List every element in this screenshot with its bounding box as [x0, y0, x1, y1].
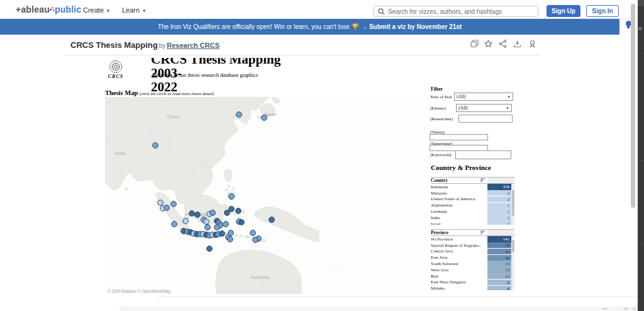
table-row[interactable]: East Java40	[431, 254, 514, 261]
filter-keywords-label: (Keywords)	[430, 152, 451, 157]
row-value-cell[interactable]: 15	[487, 267, 511, 273]
table-row[interactable]: East Nusa Tenggara8	[431, 280, 514, 286]
table-row[interactable]: India1	[431, 215, 514, 221]
map-point[interactable]	[195, 212, 201, 218]
province-table-header[interactable]: Province	[431, 229, 514, 236]
map-point[interactable]	[183, 218, 189, 224]
filter-researcher-input[interactable]	[458, 115, 513, 123]
award-icon[interactable]	[528, 39, 537, 48]
map-point[interactable]	[250, 230, 256, 236]
row-label: East Java	[431, 255, 487, 260]
table-row[interactable]: Israel1	[431, 221, 514, 225]
row-value-cell[interactable]: 2	[487, 190, 511, 196]
map-point[interactable]	[207, 246, 213, 252]
download-icon[interactable]	[513, 39, 522, 48]
row-value-cell[interactable]: 44	[487, 249, 511, 254]
table-row[interactable]: United States of America2	[431, 196, 514, 203]
row-value-cell[interactable]: 1	[487, 208, 511, 214]
row-value-cell[interactable]: 8	[487, 286, 511, 290]
map-point[interactable]	[204, 219, 209, 225]
table-row[interactable]: Central Java44	[431, 249, 514, 255]
favorite-star-icon[interactable]	[484, 39, 493, 48]
land-sumbawa	[245, 235, 250, 238]
row-value-cell[interactable]: 378	[487, 184, 511, 189]
search-input[interactable]	[388, 8, 534, 15]
filter-thesis-input[interactable]	[430, 134, 488, 140]
land-bali	[234, 234, 238, 236]
table-row[interactable]: Special Region of Yogyaka..58	[431, 242, 514, 249]
sort-icon[interactable]	[480, 230, 485, 235]
table-row[interactable]: Indonesia378	[431, 184, 514, 190]
map-point[interactable]	[236, 112, 242, 118]
filter-year-dropdown[interactable]: (All)▼	[454, 93, 513, 101]
toolbar-icon	[602, 308, 607, 310]
table-row[interactable]: Bali12	[431, 273, 514, 280]
row-value-cell[interactable]: 40	[487, 255, 511, 261]
map-point[interactable]	[239, 220, 245, 225]
copy-icon[interactable]	[470, 39, 479, 48]
row-value-cell[interactable]: 1	[487, 215, 511, 220]
table-row[interactable]: Afghanistan1	[431, 202, 514, 208]
sort-icon[interactable]	[480, 178, 485, 183]
table-row[interactable]: West Java15	[431, 267, 514, 273]
map-point[interactable]	[153, 143, 158, 149]
sign-up-button[interactable]: Sign Up	[547, 5, 580, 17]
map-point[interactable]	[236, 208, 242, 214]
table-row[interactable]: South Sulawesi15	[431, 261, 514, 267]
map-point[interactable]	[228, 237, 233, 242]
crcs-seal-icon	[109, 60, 123, 74]
nav-learn[interactable]: Learn ▼	[122, 6, 147, 14]
map-point[interactable]	[229, 206, 235, 212]
land-hainan	[204, 161, 208, 164]
map-point[interactable]	[223, 222, 229, 227]
nav-create[interactable]: Create ▼	[83, 6, 111, 14]
row-value-cell[interactable]: 8	[487, 280, 511, 285]
map-point[interactable]	[158, 200, 164, 206]
map-point[interactable]	[189, 211, 195, 217]
thesis-map[interactable]: ChinaIndiaJapanIndonesiaAustralia	[105, 97, 423, 294]
province-table-scrollbar[interactable]	[511, 237, 514, 290]
iron-viz-banner[interactable]: The Iron Viz Qualifiers are officially o…	[0, 19, 619, 35]
map-point[interactable]	[205, 225, 211, 230]
row-value-cell[interactable]: 141	[487, 236, 511, 242]
map-point[interactable]	[164, 205, 170, 211]
filter-researcher-label: (Researcher)	[430, 116, 453, 122]
table-row[interactable]: Malaysia2	[431, 190, 514, 196]
map-point[interactable]	[214, 225, 220, 230]
country-table-header[interactable]: Country	[431, 177, 514, 184]
viz-author-link[interactable]: Research CRCS	[167, 42, 219, 49]
row-value-cell[interactable]: 2	[487, 196, 511, 202]
filter-keywords-input[interactable]	[455, 150, 511, 159]
map-point[interactable]	[253, 237, 258, 243]
table-row[interactable]: Germany1	[431, 208, 514, 215]
map-point[interactable]	[219, 231, 225, 237]
sign-in-button[interactable]: Sign In	[586, 5, 619, 17]
table-row[interactable]: No Province141	[431, 236, 514, 242]
country-table-scrollbar[interactable]	[511, 184, 514, 225]
page-scrollbar-thumb[interactable]	[631, 4, 635, 208]
row-label: Israel	[431, 222, 487, 225]
country-value-header	[487, 178, 514, 183]
map-point[interactable]	[229, 194, 235, 200]
top-navbar: +ableaupublic Create ▼ Learn ▼ Sign Up S…	[0, 0, 644, 19]
filter-kluster-dropdown[interactable]: (All)▼	[456, 104, 512, 112]
logo-text-public: public	[55, 4, 81, 14]
row-value-cell[interactable]: 1	[487, 221, 511, 225]
map-point[interactable]	[210, 210, 216, 216]
row-label: No Province	[431, 237, 487, 242]
tableau-public-logo[interactable]: +ableaupublic	[16, 4, 81, 14]
row-label: East Nusa Tenggara	[431, 280, 487, 285]
row-value-cell[interactable]: 15	[487, 261, 511, 266]
row-value-cell[interactable]: 58	[487, 242, 511, 248]
share-icon[interactable]	[499, 39, 508, 48]
land-hokkaido	[272, 97, 280, 104]
map-point[interactable]	[262, 115, 267, 121]
map-point[interactable]	[171, 201, 177, 207]
banner-link[interactable]: Submit a viz by November 21st	[369, 23, 462, 30]
row-value-cell[interactable]: 12	[487, 273, 511, 279]
search-bar[interactable]	[374, 6, 538, 17]
map-point[interactable]	[269, 217, 275, 223]
row-value-cell[interactable]: 1	[487, 203, 511, 208]
map-point[interactable]	[172, 222, 177, 227]
table-row[interactable]: Maluku8	[431, 285, 514, 290]
